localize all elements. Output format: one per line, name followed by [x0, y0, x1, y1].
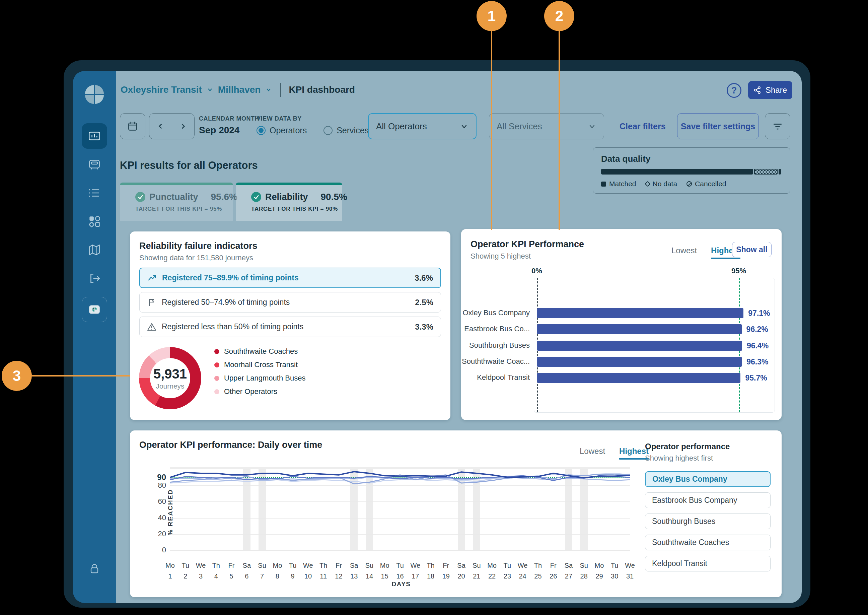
- x-weekday-label: Mo: [380, 562, 390, 570]
- month-pager: [149, 113, 195, 139]
- legend-label: Upper Langmouth Buses: [224, 374, 305, 382]
- donut-legend-item: Other Operators: [214, 387, 305, 396]
- indicator-row-50-74[interactable]: Registered 50–74.9% of timing points 2.5…: [139, 292, 441, 312]
- breadcrumb-area[interactable]: Millhaven: [218, 84, 261, 95]
- x-day-number: 30: [611, 573, 618, 580]
- operator-list-item-eastbrook-bus-company[interactable]: Eastbrook Bus Company: [645, 492, 771, 508]
- indicator-row-less-50[interactable]: Registered less than 50% of timing point…: [139, 317, 441, 337]
- breadcrumb-org[interactable]: Oxleyshire Transit: [120, 84, 202, 95]
- sidebar-item-map[interactable]: [82, 237, 107, 262]
- list-icon: [87, 186, 101, 200]
- callout-badge-2: 2: [544, 1, 574, 31]
- lowest-toggle[interactable]: Lowest: [672, 246, 697, 255]
- app-logo-icon: [84, 84, 105, 105]
- operator-list-item-oxley-bus-company[interactable]: Oxley Bus Company: [645, 471, 771, 487]
- next-month-button[interactable]: [172, 114, 195, 139]
- x-day-number: 31: [626, 573, 634, 580]
- sidebar-item-categories[interactable]: [82, 209, 107, 234]
- services-select[interactable]: All Services: [489, 113, 604, 139]
- sidebar-item-list[interactable]: [82, 180, 107, 206]
- x-weekday-label: Su: [365, 562, 373, 570]
- trend-up-icon: [147, 273, 157, 283]
- x-day-number: 11: [320, 573, 327, 580]
- help-button[interactable]: ?: [727, 83, 742, 98]
- x-day-number: 19: [443, 573, 450, 580]
- sidebar-item-app-badge[interactable]: [82, 297, 107, 322]
- x-day-number: 27: [565, 573, 572, 580]
- x-day-number: 3: [199, 573, 203, 580]
- bar-operator-label: Southburgh Buses: [461, 341, 530, 350]
- y-tick-40: 40: [150, 514, 166, 522]
- bar-5: [537, 373, 740, 383]
- sidebar-item-logout[interactable]: [82, 265, 107, 291]
- chevron-down-icon: [207, 86, 213, 93]
- bar-operator-label: Souththwaite Coac...: [461, 357, 530, 366]
- legend-item-matched: Matched: [601, 180, 636, 188]
- x-weekday-label: Mo: [273, 562, 282, 570]
- radio-services[interactable]: Services: [324, 126, 369, 135]
- callout-line-2: [559, 31, 560, 230]
- map-icon: [87, 243, 101, 257]
- indicator-row-75-89[interactable]: Registered 75–89.9% of timing points 3.6…: [139, 268, 441, 288]
- bar-value-label: 96.2%: [746, 325, 768, 334]
- operator-performance-subtitle: Showing highest first: [645, 454, 713, 463]
- x-day-number: 28: [580, 573, 588, 580]
- data-quality-title: Data quality: [601, 154, 782, 164]
- x-day-number: 13: [350, 573, 358, 580]
- dashboard-window-frame: Oxleyshire Transit Millhaven KPI dashboa…: [64, 60, 810, 608]
- operator-kpi-title: Operator KPI Performance: [471, 239, 584, 250]
- x-weekday-label: We: [410, 562, 420, 570]
- journeys-count: 5,931: [153, 367, 187, 381]
- calendar-button[interactable]: [120, 113, 145, 139]
- view-data-by-label: VIEW DATA BY: [257, 115, 369, 122]
- x-weekday-label: Sa: [350, 562, 358, 570]
- chevron-right-icon: [179, 123, 187, 130]
- chevron-down-icon: [265, 86, 272, 93]
- lowest-toggle[interactable]: Lowest: [580, 446, 605, 456]
- share-icon: [753, 86, 762, 94]
- x-axis-title: DAYS: [364, 581, 438, 588]
- operators-select[interactable]: All Operators: [368, 113, 477, 139]
- tab-reliability[interactable]: Reliability 90.5% TARGET FOR THIS KPI = …: [236, 183, 342, 221]
- failure-card-subtitle: Showing data for 151,580 journeys: [139, 254, 253, 262]
- dq-segment-no-data: [754, 169, 778, 175]
- prev-month-button[interactable]: [150, 114, 172, 139]
- radio-services-label: Services: [337, 126, 369, 135]
- share-button[interactable]: Share: [748, 81, 792, 99]
- no-data-diamond-icon: [645, 181, 650, 187]
- x-weekday-label: We: [196, 562, 206, 570]
- operator-list-item-southburgh-buses[interactable]: Southburgh Buses: [645, 514, 771, 529]
- dq-segment-cancelled: [779, 169, 781, 175]
- legend-item-cancelled: Cancelled: [687, 180, 726, 188]
- x-day-number: 26: [550, 573, 557, 580]
- highest-toggle[interactable]: Highest: [619, 446, 649, 460]
- radio-operators[interactable]: Operators: [257, 126, 307, 135]
- sort-toggle: Lowest Highest: [672, 246, 740, 259]
- x-day-number: 29: [595, 573, 603, 580]
- calendar-month-block: CALENDAR MONTH Sep 2024: [199, 115, 259, 141]
- cancelled-icon: [687, 181, 692, 187]
- clear-filters-link[interactable]: Clear filters: [620, 113, 666, 139]
- x-weekday-label: Th: [319, 562, 327, 570]
- reliability-failure-card: Reliability failure indicators Showing d…: [130, 231, 450, 420]
- sidebar-item-dashboard[interactable]: [82, 123, 107, 149]
- sidebar-item-vehicles[interactable]: [82, 152, 107, 177]
- save-filter-settings-button[interactable]: Save filter settings: [677, 113, 759, 139]
- bar-chart-icon: [87, 129, 101, 143]
- callout-line-1: [491, 31, 492, 230]
- daily-line-chart: [170, 467, 630, 550]
- chevron-left-icon: [157, 123, 164, 130]
- y-tick-80: 80: [150, 481, 166, 490]
- tab-punctuality[interactable]: Punctuality 95.6% TARGET FOR THIS KPI = …: [120, 183, 233, 221]
- check-circle-icon: [251, 192, 261, 202]
- filter-settings-button[interactable]: [765, 113, 790, 139]
- operator-list-item-souththwaite-coaches[interactable]: Souththwaite Coaches: [645, 535, 771, 550]
- kpi-tabs: Punctuality 95.6% TARGET FOR THIS KPI = …: [120, 183, 342, 221]
- show-all-button[interactable]: Show all: [732, 242, 771, 257]
- x-weekday-label: Fr: [228, 562, 235, 570]
- sidebar-item-lock[interactable]: [88, 562, 101, 577]
- x-weekday-label: Fr: [335, 562, 342, 570]
- operator-list-item-keldpool-transit[interactable]: Keldpool Transit: [645, 556, 771, 571]
- x-day-number: 6: [245, 573, 248, 580]
- bar-4: [537, 357, 742, 367]
